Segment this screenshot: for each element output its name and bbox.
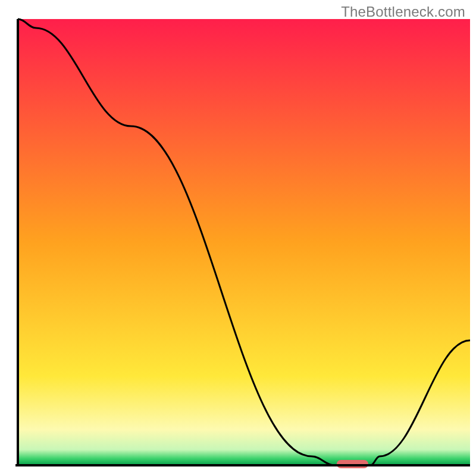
chart-container: { "watermark": "TheBottleneck.com", "cha… [0,0,476,476]
plot-background [18,19,470,465]
bottleneck-chart [0,0,476,476]
